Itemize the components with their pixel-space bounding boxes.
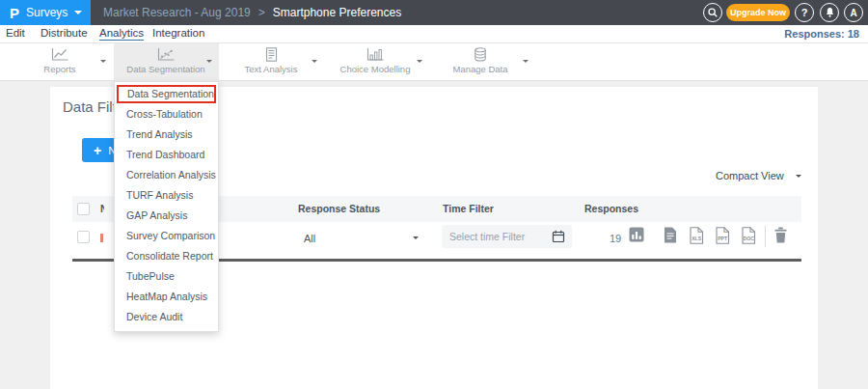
database-icon: [473, 47, 488, 62]
compact-view-label: Compact View: [716, 170, 784, 181]
top-bar: P Surveys Market Research - Aug 2019 > S…: [0, 0, 868, 25]
breadcrumb-current: Smartphone Preferences: [273, 6, 401, 19]
search-icon: [707, 7, 719, 18]
compact-view-dropdown[interactable]: Compact View: [716, 170, 801, 181]
scatter-plot-icon: [157, 47, 176, 62]
menu-item-cross-tabulation[interactable]: Cross-Tabulation: [115, 104, 218, 125]
doc-export-button[interactable]: DOC: [741, 227, 756, 244]
chevron-down-icon: [796, 175, 801, 178]
chevron-down-icon: [74, 11, 82, 14]
document-report-button[interactable]: [664, 227, 677, 243]
menu-item-data-segmentation[interactable]: Data Segmentation: [117, 85, 216, 103]
time-filter-field: [442, 225, 572, 248]
menu-item-turf-analysis[interactable]: TURF Analysis: [115, 185, 218, 206]
line-chart-icon: [51, 47, 69, 62]
user-avatar[interactable]: A: [844, 3, 863, 22]
toolbar-item-data-segmentation[interactable]: Data Segmentation: [120, 47, 212, 74]
row-checkbox[interactable]: [77, 231, 90, 243]
text-analysis-dropdown-caret[interactable]: [312, 60, 317, 63]
menu-item-trend-analysis[interactable]: Trend Analysis: [115, 125, 218, 145]
upgrade-now-button[interactable]: Upgrade Now: [726, 4, 790, 21]
filter-name-link-clipped[interactable]: [100, 234, 103, 242]
plus-icon: +: [94, 143, 101, 158]
ppt-label: PPT: [718, 236, 728, 241]
menu-item-device-audit[interactable]: Device Audit: [115, 307, 218, 327]
menu-item-gap-analysis[interactable]: GAP Analysis: [115, 206, 218, 226]
xls-export-button[interactable]: XLS: [689, 227, 704, 244]
menu-item-correlation-analysis[interactable]: Correlation Analysis: [115, 165, 218, 185]
breadcrumb: Market Research - Aug 2019 > Smartphone …: [103, 0, 401, 25]
responses-count-link[interactable]: 19: [610, 233, 621, 244]
column-header-time-filter: Time Filter: [443, 203, 494, 214]
ppt-export-button[interactable]: PPT: [715, 227, 730, 244]
doc-label: DOC: [743, 236, 754, 241]
bar-chart-icon: [366, 47, 385, 62]
analytics-toolbar: Reports Data Segmentation Tex: [0, 43, 868, 81]
toolbar-label-choice-modelling: Choice Modelling: [329, 64, 421, 74]
breadcrumb-parent-link[interactable]: Market Research - Aug 2019: [103, 6, 251, 19]
nav-item-distribute[interactable]: Distribute: [41, 27, 88, 39]
chevron-down-icon: [413, 236, 419, 239]
toolbar-label-manage-data: Manage Data: [434, 64, 527, 74]
column-header-responses: Responses: [584, 203, 638, 214]
document-lines-icon: [264, 47, 279, 62]
question-mark-icon: ?: [801, 7, 808, 18]
responses-count-label: Responses: 18: [784, 28, 859, 40]
menu-item-consolidate-report[interactable]: Consolidate Report: [115, 246, 218, 266]
menu-item-tubepulse[interactable]: TubePulse: [115, 266, 218, 287]
column-header-response-status: Response Status: [298, 203, 380, 214]
nav-item-analytics[interactable]: Analytics: [99, 27, 144, 41]
notifications-button[interactable]: [820, 3, 839, 22]
menu-item-trend-dashboard[interactable]: Trend Dashboard: [115, 145, 218, 165]
toolbar-label-text-analysis: Text Analysis: [225, 64, 317, 74]
toolbar-label-reports: Reports: [14, 64, 106, 74]
menu-item-survey-comparison[interactable]: Survey Comparison: [115, 226, 218, 246]
toolbar-item-choice-modelling[interactable]: Choice Modelling: [329, 47, 421, 74]
questionpro-logo: P: [10, 5, 19, 21]
breadcrumb-separator: >: [258, 6, 265, 19]
app-window: P Surveys Market Research - Aug 2019 > S…: [0, 0, 868, 389]
choice-modelling-dropdown-caret[interactable]: [417, 60, 422, 63]
data-segmentation-dropdown-caret[interactable]: [206, 60, 212, 63]
toolbar-label-data-segmentation: Data Segmentation: [120, 64, 212, 74]
select-all-checkbox[interactable]: [77, 203, 90, 215]
column-header-name: Name: [100, 203, 104, 214]
bell-icon: [825, 7, 835, 18]
toolbar-item-reports[interactable]: Reports: [14, 47, 106, 74]
response-status-select[interactable]: All: [304, 233, 315, 244]
reports-dropdown-caret[interactable]: [100, 60, 106, 63]
data-segmentation-menu: Data Segmentation Cross-Tabulation Trend…: [114, 81, 219, 332]
delete-button[interactable]: [773, 227, 788, 243]
help-button[interactable]: ?: [795, 3, 814, 22]
surveys-product-switcher[interactable]: P Surveys: [0, 0, 91, 25]
nav-item-edit[interactable]: Edit: [6, 27, 25, 39]
nav-item-integration[interactable]: Integration: [152, 27, 204, 39]
toolbar-item-text-analysis[interactable]: Text Analysis: [225, 47, 317, 74]
xls-label: XLS: [692, 236, 702, 241]
survey-nav: Edit Distribute Analytics Integration Re…: [0, 25, 868, 43]
toolbar-item-manage-data[interactable]: Manage Data: [434, 47, 527, 74]
menu-item-heatmap-analysis[interactable]: HeatMap Analysis: [115, 287, 218, 307]
icon-divider: [765, 226, 766, 247]
manage-data-dropdown-caret[interactable]: [523, 60, 529, 63]
chart-report-button[interactable]: [629, 227, 644, 242]
calendar-icon[interactable]: [552, 230, 565, 243]
product-name: Surveys: [26, 6, 68, 19]
search-button[interactable]: [703, 3, 722, 22]
avatar-initial: A: [850, 8, 856, 18]
